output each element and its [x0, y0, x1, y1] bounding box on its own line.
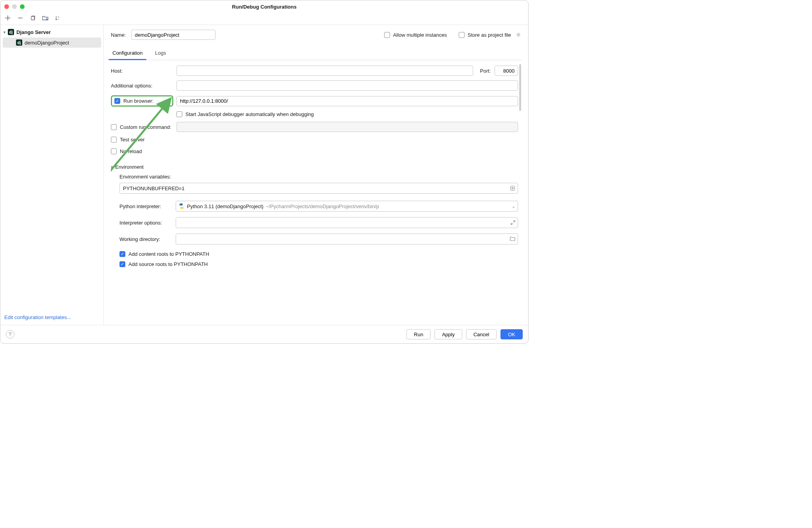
- add-source-roots-checkbox[interactable]: [119, 261, 125, 267]
- interpreter-options-input[interactable]: [176, 217, 518, 228]
- host-label: Host:: [111, 68, 173, 74]
- python-interpreter-label: Python interpreter:: [119, 203, 173, 209]
- add-content-roots-row[interactable]: Add content roots to PYTHONPATH: [119, 251, 209, 257]
- port-label: Port:: [480, 68, 491, 74]
- copy-config-button[interactable]: [29, 14, 36, 21]
- start-js-debugger-checkbox[interactable]: [176, 111, 182, 117]
- allow-multiple-instances-row[interactable]: Allow multiple instances: [384, 32, 447, 38]
- python-interpreter-name: Python 3.11 (demoDjangoProject): [187, 203, 264, 209]
- add-content-roots-checkbox[interactable]: [119, 251, 125, 257]
- store-as-project-row[interactable]: Store as project file: [459, 32, 522, 38]
- no-reload-label: No reload: [120, 148, 142, 154]
- add-source-roots-label: Add source roots to PYTHONPATH: [128, 261, 208, 267]
- no-reload-row[interactable]: No reload: [111, 148, 142, 154]
- folder-button[interactable]: [42, 14, 49, 21]
- env-vars-input[interactable]: PYTHONUNBUFFERED=1: [119, 183, 518, 194]
- run-browser-url-input[interactable]: [176, 96, 518, 106]
- django-icon: dj: [8, 29, 14, 35]
- tabs: Configuration Logs: [111, 47, 522, 60]
- run-debug-config-window: Run/Debug Configurations az ▾ dj Django …: [0, 0, 529, 344]
- expand-icon[interactable]: [511, 220, 515, 225]
- folder-icon[interactable]: [510, 236, 515, 242]
- allow-multiple-checkbox[interactable]: [384, 32, 390, 38]
- store-as-project-checkbox[interactable]: [459, 32, 465, 38]
- cancel-button[interactable]: Cancel: [466, 329, 497, 339]
- django-icon: dj: [16, 39, 22, 46]
- svg-rect-0: [31, 16, 34, 20]
- custom-run-command-label: Custom run command:: [120, 124, 171, 130]
- allow-multiple-label: Allow multiple instances: [393, 32, 447, 38]
- port-input[interactable]: [495, 66, 518, 76]
- config-tree: ▾ dj Django Server dj demoDjangoProject: [0, 25, 103, 310]
- python-interpreter-path: ~/PycharmProjects/demoDjangoProject/venv…: [266, 203, 508, 209]
- run-browser-label: Run browser:: [123, 98, 153, 104]
- no-reload-checkbox[interactable]: [111, 148, 117, 154]
- window-title: Run/Debug Configurations: [0, 4, 528, 10]
- list-icon[interactable]: [510, 186, 515, 191]
- content-panel: Name: Allow multiple instances Store as …: [104, 25, 528, 325]
- additional-options-label: Additional options:: [111, 83, 173, 89]
- name-input[interactable]: [131, 30, 215, 40]
- chevron-down-icon: ▾: [111, 165, 113, 169]
- tab-logs[interactable]: Logs: [153, 47, 167, 60]
- run-button[interactable]: Run: [406, 329, 431, 339]
- custom-run-command-input[interactable]: [176, 122, 518, 132]
- add-config-button[interactable]: [4, 14, 11, 21]
- python-icon: [178, 203, 185, 209]
- working-directory-input[interactable]: [176, 234, 518, 244]
- test-server-checkbox[interactable]: [111, 137, 117, 143]
- host-input[interactable]: [176, 66, 473, 76]
- help-button[interactable]: ?: [6, 330, 14, 339]
- ok-button[interactable]: OK: [500, 329, 523, 339]
- additional-options-input[interactable]: [176, 80, 518, 91]
- test-server-label: Test server: [120, 137, 145, 143]
- sort-alpha-button[interactable]: az: [54, 14, 61, 21]
- edit-templates-link[interactable]: Edit configuration templates...: [4, 314, 71, 320]
- remove-config-button[interactable]: [17, 14, 24, 21]
- tree-group-django-server[interactable]: ▾ dj Django Server: [3, 27, 101, 37]
- run-browser-checkbox[interactable]: [114, 98, 120, 104]
- tab-configuration[interactable]: Configuration: [111, 47, 144, 60]
- add-source-roots-row[interactable]: Add source roots to PYTHONPATH: [119, 261, 208, 267]
- custom-run-command-checkbox[interactable]: [111, 124, 117, 130]
- test-server-row[interactable]: Test server: [111, 137, 145, 143]
- scrollbar-thumb[interactable]: [519, 64, 521, 111]
- python-interpreter-select[interactable]: Python 3.11 (demoDjangoProject) ~/Pychar…: [176, 201, 518, 212]
- tree-group-label: Django Server: [16, 29, 51, 35]
- scroll-area[interactable]: Host: Port: Additional options: Run brow…: [111, 60, 522, 325]
- gear-icon[interactable]: [516, 32, 522, 38]
- add-content-roots-label: Add content roots to PYTHONPATH: [128, 251, 209, 257]
- bottom-bar: ? Run Apply Cancel OK: [0, 325, 528, 343]
- main-area: ▾ dj Django Server dj demoDjangoProject …: [0, 25, 528, 325]
- chevron-down-icon: ⌄: [512, 204, 515, 209]
- interpreter-options-label: Interpreter options:: [119, 220, 173, 226]
- name-label: Name:: [111, 32, 126, 38]
- env-vars-label: Environment variables:: [119, 174, 171, 180]
- run-browser-highlight: Run browser:: [111, 95, 173, 107]
- tree-item-label: demoDjangoProject: [25, 40, 69, 46]
- start-js-debugger-label: Start JavaScript debugger automatically …: [185, 111, 314, 117]
- sidebar: ▾ dj Django Server dj demoDjangoProject …: [0, 25, 104, 325]
- environment-label: Environment: [115, 164, 144, 170]
- working-directory-label: Working directory:: [119, 236, 173, 242]
- start-js-debugger-row[interactable]: Start JavaScript debugger automatically …: [176, 111, 518, 117]
- store-as-project-label: Store as project file: [468, 32, 511, 38]
- environment-section-header[interactable]: ▾ Environment: [111, 164, 518, 170]
- svg-text:z: z: [58, 18, 59, 20]
- custom-run-command-row[interactable]: Custom run command:: [111, 124, 173, 130]
- apply-button[interactable]: Apply: [434, 329, 462, 339]
- sidebar-toolbar: az: [0, 13, 528, 25]
- env-vars-value: PYTHONUNBUFFERED=1: [123, 186, 510, 191]
- chevron-down-icon: ▾: [4, 30, 5, 34]
- tree-item-demoDjangoProject[interactable]: dj demoDjangoProject: [3, 37, 101, 48]
- titlebar: Run/Debug Configurations: [0, 0, 528, 13]
